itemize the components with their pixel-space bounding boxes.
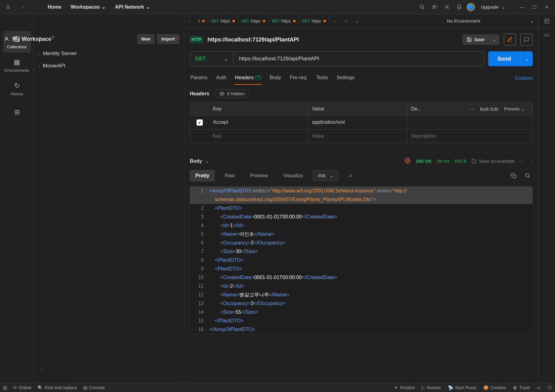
send-button[interactable]: Send xyxy=(488,51,520,66)
menu-icon[interactable]: ☰ xyxy=(3,2,13,12)
sb-trash[interactable]: 🗑 Trash xyxy=(513,385,530,390)
edit-icon[interactable] xyxy=(504,33,516,46)
search-icon[interactable] xyxy=(523,171,533,181)
gear-icon[interactable] xyxy=(442,2,452,12)
body-tab-visualize[interactable]: Visualize xyxy=(278,170,309,182)
sb-online[interactable]: ⟳ Online xyxy=(13,385,31,390)
tab-params[interactable]: Params xyxy=(190,72,208,85)
save-dropdown-icon[interactable]: ⌄ xyxy=(489,34,499,45)
tab-body[interactable]: Body xyxy=(269,72,282,85)
env-quicklook-icon[interactable] xyxy=(538,14,555,28)
search-icon[interactable] xyxy=(417,2,427,12)
tab-prereq[interactable]: Pre-req. xyxy=(289,72,308,85)
request-tab[interactable]: t xyxy=(195,14,208,28)
sb-postbot[interactable]: ✦ Postbot xyxy=(394,385,414,390)
nav-workspaces[interactable]: Workspaces ⌄ xyxy=(69,3,107,11)
forward-icon[interactable]: → xyxy=(30,2,40,12)
header-value-input[interactable]: Value xyxy=(308,130,407,143)
nav-api-network[interactable]: API Network ⌄ xyxy=(113,3,152,11)
sb-help-icon[interactable]: ⓘ xyxy=(548,385,552,390)
tab-headers[interactable]: Headers (7) xyxy=(234,72,262,85)
method-select[interactable]: GET ⌄ xyxy=(190,52,233,66)
chevron-down-icon: ⌄ xyxy=(205,158,209,164)
collapse-sidebar-icon[interactable]: ‹ xyxy=(37,364,46,373)
wrap-lines-icon[interactable]: ⤶ xyxy=(342,169,359,183)
save-as-example[interactable]: Save as example xyxy=(471,158,514,164)
more-icon[interactable]: ⋯ xyxy=(173,33,183,43)
maximize-icon[interactable]: ☐ xyxy=(530,2,540,12)
more-icon[interactable]: ⋯ xyxy=(519,159,524,164)
bulk-edit-link[interactable]: Bulk Edit xyxy=(480,106,498,112)
tab-method: GET xyxy=(302,19,310,23)
header-key-input[interactable]: Key xyxy=(209,130,308,143)
sb-cookies[interactable]: 🍪 Cookies xyxy=(483,385,506,390)
chevron-down-icon: ⌄ xyxy=(330,173,333,178)
header-key-cell[interactable]: Accept xyxy=(209,116,308,129)
request-tab[interactable]: GET https xyxy=(238,14,269,28)
sb-find-label: Find and replace xyxy=(45,385,77,390)
sb-runner-label: Runner xyxy=(427,385,441,390)
tabs-scroll-right-icon[interactable]: › xyxy=(329,14,340,28)
cookies-link[interactable]: Cookies xyxy=(515,75,533,81)
sb-panel-icon[interactable]: ▥ xyxy=(3,385,7,390)
body-tab-preview[interactable]: Preview xyxy=(245,170,273,182)
nav-home[interactable]: Home xyxy=(46,3,63,11)
hidden-headers-toggle[interactable]: 6 hidden xyxy=(215,89,249,98)
code-icon[interactable]: </> xyxy=(544,33,550,38)
tabs-scroll-left-icon[interactable]: ‹ xyxy=(184,14,195,28)
comment-icon[interactable] xyxy=(520,33,533,46)
tab-auth[interactable]: Auth xyxy=(215,72,227,85)
filter-icon[interactable] xyxy=(48,33,58,43)
request-tab[interactable]: GET https xyxy=(299,14,329,28)
chevron-right-icon[interactable]: › xyxy=(531,159,533,164)
environment-selector[interactable]: No Environment ⌄ xyxy=(442,14,538,28)
sb-two-pane-icon[interactable]: ▭ xyxy=(537,385,541,390)
format-label: XML xyxy=(318,173,327,178)
send-dropdown-icon[interactable]: ⌄ xyxy=(520,51,533,66)
unsaved-dot-icon xyxy=(202,20,205,22)
tree-item[interactable]: › MovieAPI xyxy=(34,60,184,72)
header-desc-input[interactable]: Description xyxy=(407,130,532,143)
header-desc-cell[interactable] xyxy=(407,116,532,129)
tab-settings[interactable]: Settings xyxy=(336,72,355,85)
network-warning-icon[interactable] xyxy=(405,157,411,165)
tab-options-icon[interactable]: ⌄ xyxy=(352,14,363,28)
body-tab-pretty[interactable]: Pretty xyxy=(190,170,215,182)
sb-find[interactable]: 🔍 Find and replace xyxy=(37,385,77,390)
response-body-label: Body xyxy=(190,158,202,164)
add-icon[interactable]: ＋ xyxy=(35,33,45,43)
minimize-icon[interactable]: — xyxy=(517,2,527,12)
body-tab-raw[interactable]: Raw xyxy=(219,170,240,182)
rail-environments[interactable]: ▦ Environments xyxy=(3,54,31,76)
tree-item[interactable]: › Identity Server xyxy=(34,47,184,60)
avatar[interactable] xyxy=(467,3,475,11)
sb-proxy[interactable]: 📡 Start Proxy xyxy=(448,385,476,390)
sb-runner[interactable]: ▷ Runner xyxy=(422,385,441,390)
upgrade-button[interactable]: Upgrade ⌄ xyxy=(477,3,509,11)
sb-console[interactable]: ▤ Console xyxy=(83,385,105,390)
save-button[interactable]: Save xyxy=(462,34,489,45)
tab-headers-label: Headers xyxy=(235,75,254,80)
rail-history[interactable]: ↻ History xyxy=(3,78,31,100)
format-select[interactable]: XML ⌄ xyxy=(313,170,338,181)
copy-icon[interactable] xyxy=(509,171,518,181)
back-icon[interactable]: ← xyxy=(19,2,28,12)
bell-icon[interactable] xyxy=(454,2,464,12)
presets-dropdown[interactable]: Presets ⌄ xyxy=(504,106,525,112)
close-icon[interactable]: ✕ xyxy=(542,2,552,12)
rail-more[interactable]: ⊞ xyxy=(3,101,31,123)
new-tab-icon[interactable]: ＋ xyxy=(340,14,352,28)
url-input[interactable] xyxy=(233,52,484,66)
request-tab[interactable]: GET https xyxy=(269,14,299,28)
header-value-cell[interactable]: application/xml xyxy=(308,116,407,129)
more-icon[interactable]: ⋯ xyxy=(470,106,475,112)
response-body-dropdown[interactable]: Body ⌄ xyxy=(190,158,209,164)
request-tab[interactable]: GET https xyxy=(208,14,238,28)
response-body-code[interactable]: 1<ArrayOfPlantDTO xmlns:i="http://www.w3… xyxy=(190,186,533,334)
tab-tests[interactable]: Tests xyxy=(316,72,328,85)
response-size: 593 B xyxy=(454,158,466,164)
invite-icon[interactable] xyxy=(430,2,440,12)
row-checkbox[interactable]: ✓ xyxy=(197,119,203,126)
svg-point-2 xyxy=(433,5,435,7)
svg-rect-7 xyxy=(545,19,549,23)
